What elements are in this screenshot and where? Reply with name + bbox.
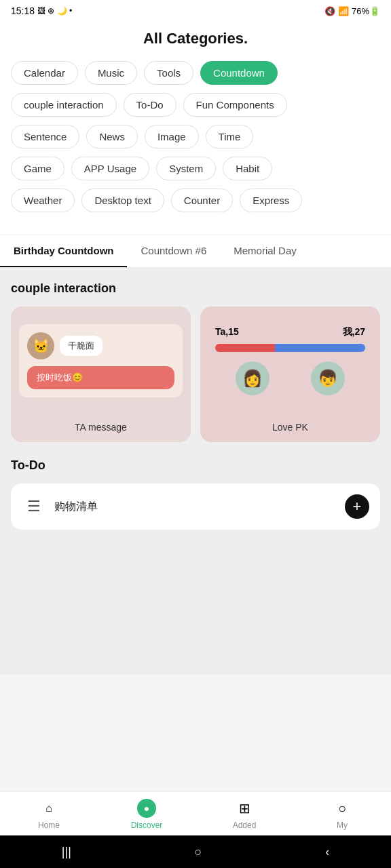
nav-home-label: Home — [38, 821, 60, 830]
todo-list-icon: ☰ — [22, 494, 46, 519]
ta-message-preview: 🐱 干脆面 按时吃饭😊 — [11, 307, 191, 415]
notification-icons: 🖼 ⊕ 🌙 • — [37, 6, 72, 16]
tab-memorial-day[interactable]: Memorial Day — [220, 235, 310, 267]
tab-countdown-6[interactable]: Countdown #6 — [127, 235, 220, 267]
android-home-button[interactable]: ○ — [181, 840, 216, 865]
status-bar: 15:18 🖼 ⊕ 🌙 • 🔇 📶 76%🔋 — [0, 0, 391, 19]
pk-bar-blue — [275, 344, 365, 352]
cat-avatar: 🐱 — [27, 332, 54, 359]
chip-app-usage[interactable]: APP Usage — [71, 157, 149, 180]
love-pk-inner: Ta,15 我,27 👩 👦 — [208, 319, 372, 402]
status-icons: 🔇 📶 76%🔋 — [324, 6, 380, 16]
ta-message-card[interactable]: 🐱 干脆面 按时吃饭😊 TA message — [11, 307, 191, 442]
my-icon: ○ — [333, 799, 352, 818]
home-icon: ⌂ — [39, 799, 58, 818]
chip-tools[interactable]: Tools — [144, 61, 193, 85]
chip-calendar[interactable]: Calendar — [11, 61, 78, 85]
add-todo-button[interactable]: + — [345, 494, 369, 519]
pk-avatar-male: 👦 — [311, 361, 345, 395]
chip-habit[interactable]: Habit — [223, 157, 272, 180]
pk-score-me: 我,27 — [343, 326, 365, 338]
chip-sentence[interactable]: Sentence — [11, 125, 79, 149]
todo-section: To-Do ☰ 购物清单 + — [11, 458, 380, 530]
content-area: couple interaction 🐱 干脆面 按时吃饭😊 TA messag… — [0, 268, 391, 675]
ta-msg-row-1: 🐱 干脆面 — [27, 332, 174, 359]
pk-avatars: 👩 👦 — [215, 361, 365, 395]
chip-weather[interactable]: Weather — [11, 189, 75, 212]
chip-news[interactable]: News — [86, 125, 138, 149]
category-row-2: couple interaction To-Do Fun Components — [11, 93, 380, 117]
pk-progress-bar — [215, 344, 365, 352]
nav-added-label: Added — [233, 821, 257, 830]
love-pk-preview: Ta,15 我,27 👩 👦 — [200, 307, 380, 415]
chip-desktop-text[interactable]: Desktop text — [81, 189, 164, 212]
pk-scores: Ta,15 我,27 — [215, 326, 365, 338]
chip-time[interactable]: Time — [206, 125, 254, 149]
nav-home[interactable]: ⌂ Home — [0, 799, 98, 830]
wifi-icon: 📶 — [338, 6, 349, 16]
nav-added[interactable]: ⊞ Added — [196, 799, 293, 830]
discover-icon: ● — [137, 799, 156, 818]
chip-music[interactable]: Music — [85, 61, 137, 85]
todo-section-title: To-Do — [11, 458, 380, 473]
chip-fun-components[interactable]: Fun Components — [183, 93, 287, 117]
couple-cards-row: 🐱 干脆面 按时吃饭😊 TA message Ta,15 我,27 — [11, 307, 380, 442]
page-title: All Categories. — [0, 19, 391, 61]
time-display: 15:18 — [11, 5, 35, 16]
category-row-5: Weather Desktop text Counter Express — [11, 189, 380, 212]
pk-bar-red — [215, 344, 275, 352]
pk-avatar-female: 👩 — [236, 361, 269, 395]
chip-game[interactable]: Game — [11, 157, 64, 180]
added-icon: ⊞ — [235, 799, 254, 818]
nav-my[interactable]: ○ My — [293, 799, 391, 830]
chip-express[interactable]: Express — [240, 189, 302, 212]
chip-couple-interaction[interactable]: couple interaction — [11, 93, 117, 117]
chip-todo[interactable]: To-Do — [124, 93, 176, 117]
ta-message-label: TA message — [11, 415, 191, 442]
subcategory-tabs: Birthday Countdown Countdown #6 Memorial… — [0, 235, 391, 268]
nav-discover[interactable]: ● Discover — [98, 799, 196, 830]
category-row-1: Calendar Music Tools Countdown — [11, 61, 380, 85]
android-nav: ||| ○ ‹ — [0, 835, 391, 868]
category-row-4: Game APP Usage System Habit — [11, 157, 380, 180]
msg-bubble-1: 干脆面 — [60, 336, 103, 356]
chip-image[interactable]: Image — [145, 125, 199, 149]
status-time: 15:18 🖼 ⊕ 🌙 • — [11, 5, 72, 16]
chip-counter[interactable]: Counter — [171, 189, 233, 212]
chip-system[interactable]: System — [156, 157, 216, 180]
android-recent-button[interactable]: ||| — [48, 840, 85, 865]
android-back-button[interactable]: ‹ — [312, 840, 343, 865]
category-row-3: Sentence News Image Time — [11, 125, 380, 149]
love-pk-card[interactable]: Ta,15 我,27 👩 👦 Love PK — [200, 307, 380, 442]
tab-birthday-countdown[interactable]: Birthday Countdown — [0, 235, 127, 267]
categories-section: Calendar Music Tools Countdown couple in… — [0, 61, 391, 234]
chip-countdown[interactable]: Countdown — [200, 61, 278, 85]
todo-card-title: 购物清单 — [54, 500, 98, 514]
ta-message-inner: 🐱 干脆面 按时吃饭😊 — [19, 324, 183, 397]
battery-icon: 76%🔋 — [352, 6, 380, 16]
nav-discover-label: Discover — [131, 821, 163, 830]
nav-my-label: My — [337, 821, 348, 830]
bottom-nav: ⌂ Home ● Discover ⊞ Added ○ My — [0, 791, 391, 835]
msg-bubble-2: 按时吃饭😊 — [27, 366, 174, 389]
todo-card-left: ☰ 购物清单 — [22, 494, 98, 519]
couple-section-title: couple interaction — [11, 281, 380, 296]
mute-icon: 🔇 — [324, 6, 335, 16]
todo-card[interactable]: ☰ 购物清单 + — [11, 484, 380, 530]
love-pk-label: Love PK — [200, 415, 380, 442]
pk-score-ta: Ta,15 — [215, 326, 239, 338]
